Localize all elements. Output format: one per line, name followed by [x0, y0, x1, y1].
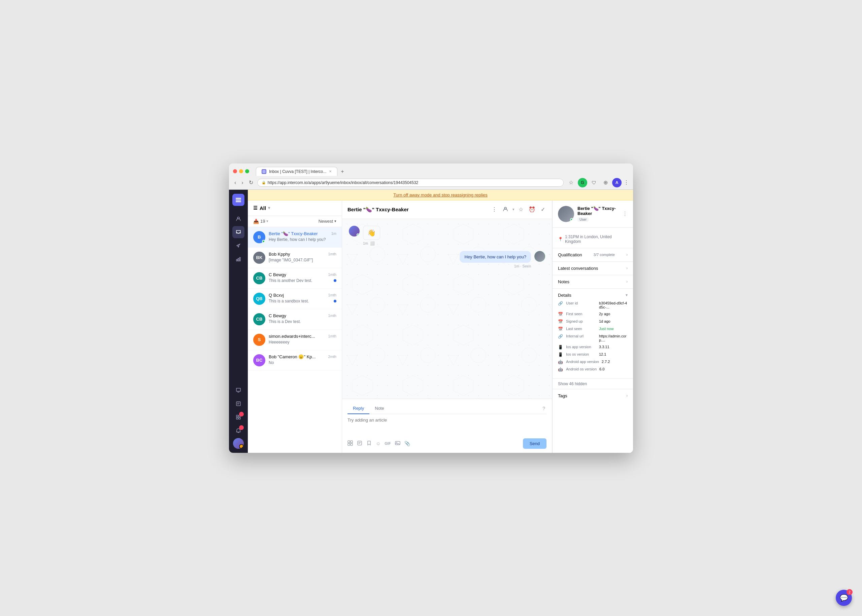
- bookmark-tool-button[interactable]: [366, 440, 372, 447]
- gif-tool-button[interactable]: GIF: [385, 442, 391, 445]
- browser-tab[interactable]: Inbox | Cuvva [TEST] | Interco... ✕: [256, 167, 337, 176]
- star-button[interactable]: ☆: [517, 205, 525, 214]
- floating-chat-button[interactable]: 💬 2: [836, 590, 852, 606]
- message-meta: 1m · Seen: [460, 264, 531, 268]
- more-options-button[interactable]: ⋮: [490, 205, 498, 214]
- detail-row-firstseen: 📅 First seen 2y ago: [558, 312, 628, 317]
- detail-row-androidapp: 🤖 Android app version 2.7.2: [558, 360, 628, 365]
- firstseen-icon: 📅: [558, 312, 563, 317]
- new-tab-button[interactable]: +: [338, 167, 347, 176]
- address-bar[interactable]: 🔒 https://app.intercom.io/a/apps/ar9yuem…: [257, 179, 564, 187]
- conversation-item[interactable]: CB C Bewgy 1mth This is another Dev test…: [248, 268, 342, 289]
- message-content: 👋 1m ⬜: [363, 226, 380, 245]
- svg-rect-12: [239, 418, 240, 419]
- forward-button[interactable]: ›: [240, 179, 244, 186]
- conv-top: C Bewgy 1mth: [269, 272, 336, 277]
- right-panel: Bertie "🍆" Txxcy-Beaker User ⋮ 📍 1:31PM …: [552, 201, 633, 453]
- star-button[interactable]: ☆: [566, 178, 576, 187]
- rp-latest-conversations-section: Latest conversations ›: [553, 262, 633, 275]
- back-button[interactable]: ‹: [233, 179, 237, 186]
- svg-rect-14: [348, 441, 350, 443]
- conversation-item[interactable]: CB C Bewgy 1mth This is a Dev test.: [248, 309, 342, 330]
- conv-name: Q Bcxvj: [269, 293, 284, 298]
- resolve-button[interactable]: ✓: [539, 205, 547, 214]
- extension-btn-1[interactable]: G: [578, 178, 587, 187]
- browser-actions: ☆ G 🛡 ⊕ A ⋮: [566, 178, 629, 187]
- userid-value: b30459ed-d9cf-4d5c-...: [599, 301, 628, 309]
- attachment-tool-button[interactable]: 📎: [404, 441, 410, 446]
- conv-info: Bertie "🍆" Txxcy-Beaker 1m Hey Bertie, h…: [269, 231, 336, 242]
- away-banner-link[interactable]: Turn off away mode and stop reassigning …: [393, 192, 488, 198]
- note-tool-button[interactable]: [357, 440, 362, 447]
- sidebar-item-notifications[interactable]: [232, 424, 244, 437]
- conversation-item[interactable]: BK Bob Kpphy 1mth [Image "IMG_0347.GIF"]: [248, 248, 342, 268]
- conv-time: 1m: [331, 231, 336, 236]
- profile-button[interactable]: A: [612, 178, 622, 187]
- send-button[interactable]: Send: [523, 438, 547, 449]
- conversation-item[interactable]: B Bertie "🍆" Txxcy-Beaker 1m Hey Bertie,…: [248, 227, 342, 248]
- emoji-tool-button[interactable]: ☺: [376, 441, 380, 446]
- rp-user-badge: User: [577, 217, 589, 222]
- lock-icon: 🔒: [262, 181, 266, 184]
- online-indicator: [356, 234, 359, 236]
- user-profile-button[interactable]: [501, 204, 510, 215]
- tab-close-btn[interactable]: ✕: [329, 170, 332, 173]
- detail-row-lastseen: 📅 Last seen Just now: [558, 327, 628, 332]
- svg-rect-7: [240, 258, 240, 261]
- svg-rect-18: [358, 441, 362, 445]
- reply-tools: ☺ GIF 📎: [347, 440, 410, 447]
- notes-header[interactable]: Notes ›: [558, 279, 628, 284]
- sidebar-item-reports[interactable]: [232, 253, 244, 265]
- conversation-item[interactable]: S simon.edwards+interc... 1mth Heeeeeeey: [248, 330, 342, 350]
- message-meta: 1m ⬜: [363, 241, 380, 245]
- conv-name: Bertie "🍆" Txxcy-Beaker: [269, 231, 318, 236]
- snooze-button[interactable]: ⏰: [527, 205, 537, 214]
- rp-avatar: [558, 206, 574, 222]
- sidebar-item-inbox[interactable]: [232, 226, 244, 238]
- apps-tool-button[interactable]: [347, 440, 353, 447]
- reply-help-button[interactable]: ?: [541, 403, 547, 414]
- location-pin-icon: 📍: [558, 237, 563, 242]
- conversation-item[interactable]: QB Q Bcxvj 1mth This is a sandbox test.: [248, 289, 342, 309]
- sidebar-item-messages[interactable]: [232, 384, 244, 396]
- details-header[interactable]: Details ▾: [558, 293, 628, 298]
- sidebar-item-apps[interactable]: [232, 411, 244, 423]
- conv-name: simon.edwards+interc...: [269, 334, 315, 339]
- reply-tab[interactable]: Reply: [347, 403, 369, 414]
- conv-top: simon.edwards+interc... 1mth: [269, 334, 336, 339]
- iosapp-value: 3.3.11: [599, 345, 628, 349]
- maximize-button[interactable]: [245, 169, 249, 173]
- tab-title: Inbox | Cuvva [TEST] | Interco...: [269, 169, 326, 174]
- online-indicator: [570, 218, 574, 222]
- extensions-btn[interactable]: ⊕: [601, 178, 610, 187]
- sidebar-item-contacts[interactable]: [232, 213, 244, 225]
- conv-top: Q Bcxvj 1mth: [269, 293, 336, 298]
- browser-menu-button[interactable]: ⋮: [624, 179, 629, 186]
- note-tab[interactable]: Note: [369, 403, 389, 414]
- conv-name: Bob "Cameron 😠" Kp...: [269, 354, 315, 359]
- reply-textarea[interactable]: [347, 418, 547, 434]
- qualification-header[interactable]: Qualification 3/7 complete ›: [558, 252, 628, 258]
- reload-button[interactable]: ↻: [247, 179, 255, 186]
- show-hidden-button[interactable]: Show 46 hidden: [553, 379, 633, 389]
- latest-conversations-title: Latest conversations: [558, 266, 598, 271]
- rp-name: Bertie "🍆" Txxcy-Beaker: [577, 206, 619, 216]
- sidebar: [229, 190, 248, 453]
- minimize-button[interactable]: [239, 169, 243, 173]
- inbox-count[interactable]: 📥 19 ▾: [253, 219, 268, 224]
- image-tool-button[interactable]: [395, 440, 400, 447]
- conversation-item[interactable]: BC Bob "Cameron 😠" Kp... 2mth No: [248, 350, 342, 371]
- conversation-messages: 👋 1m ⬜: [342, 219, 552, 399]
- conv-list-controls: 📥 19 ▾ Newest ▾: [248, 216, 342, 227]
- user-avatar[interactable]: [233, 438, 244, 449]
- rp-tags-section[interactable]: Tags ›: [553, 389, 633, 402]
- rp-more-button[interactable]: ⋮: [622, 211, 628, 217]
- all-selector[interactable]: ☰ All ▾: [253, 205, 270, 211]
- close-button[interactable]: [233, 169, 237, 173]
- latest-conversations-header[interactable]: Latest conversations ›: [558, 266, 628, 271]
- svg-rect-6: [238, 258, 239, 261]
- sidebar-item-outbound[interactable]: [232, 240, 244, 251]
- shield-icon[interactable]: 🛡: [589, 178, 599, 187]
- sort-button[interactable]: Newest ▾: [318, 219, 336, 224]
- sidebar-item-notes[interactable]: [232, 398, 244, 410]
